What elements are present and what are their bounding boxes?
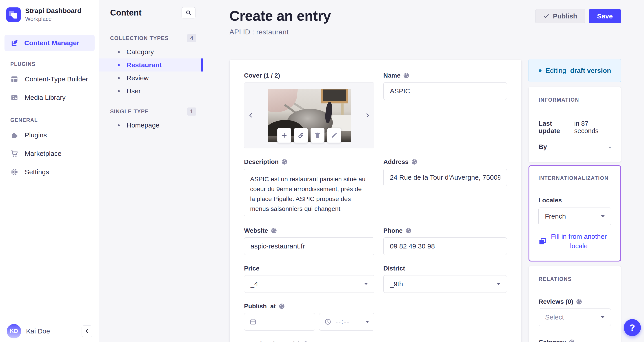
sidebar-footer: KD Kai Doe	[0, 320, 99, 342]
globe-icon	[405, 228, 412, 234]
field-name: Name	[383, 72, 507, 100]
cover-actions	[277, 128, 341, 143]
trash-icon	[314, 132, 321, 139]
caret-down-icon	[601, 215, 605, 217]
website-input[interactable]	[244, 237, 374, 255]
internationalization-title: INTERNATIONALIZATION	[538, 175, 611, 181]
bullet-icon	[118, 77, 120, 79]
caret-down-icon	[601, 316, 604, 318]
locale-select[interactable]: French	[538, 208, 611, 225]
draft-status-banner: Editing draft version	[528, 59, 621, 82]
information-card: INFORMATION Last update in 87 seconds By…	[528, 87, 621, 162]
section-label: PLUGINS	[0, 61, 99, 67]
entry-side-panel: Editing draft version INFORMATION Last u…	[528, 59, 621, 342]
check-icon	[543, 13, 550, 19]
publish-button[interactable]: Publish	[535, 9, 585, 23]
bullet-icon	[118, 51, 120, 53]
fill-from-locale-link[interactable]: Fill in from another locale	[546, 232, 611, 251]
subnav-item-homepage[interactable]: Homepage	[99, 119, 203, 132]
sidebar-item-content-manager[interactable]: Content Manager	[4, 35, 94, 51]
gear-icon	[10, 168, 19, 176]
add-asset-button[interactable]	[277, 128, 291, 143]
globe-icon	[271, 228, 277, 234]
brand-subtitle: Workplace	[25, 16, 81, 22]
brand-title: Strapi Dashboard	[25, 7, 81, 15]
price-select[interactable]: _4	[244, 275, 374, 293]
user-name: Kai Doe	[26, 327, 50, 335]
api-id-subtitle: API ID : restaurant	[230, 28, 331, 36]
field-cover: Cover (1 / 2)	[244, 72, 374, 148]
name-input[interactable]	[383, 82, 507, 100]
field-description: Description ASPIC est un restaurant pari…	[244, 158, 374, 217]
sidebar-item-content-type-builder[interactable]: Content-Type Builder	[0, 70, 99, 88]
collection-types-count-badge: 4	[187, 34, 196, 42]
layout-icon	[10, 75, 19, 83]
address-input[interactable]	[383, 169, 507, 186]
globe-icon	[279, 303, 285, 309]
field-website: Website	[244, 227, 374, 255]
date-picker-input[interactable]	[244, 313, 315, 330]
carousel-previous-button[interactable]	[248, 112, 254, 118]
section-label: GENERAL	[0, 117, 99, 123]
collection-types-label: COLLECTION TYPES	[110, 35, 169, 41]
time-placeholder: --:--	[336, 318, 350, 325]
brand-header: Strapi Dashboard Workplace	[0, 0, 99, 29]
calendar-icon	[250, 318, 256, 325]
district-select[interactable]: _9th	[383, 275, 507, 293]
single-type-count-badge: 1	[187, 108, 196, 116]
main-content: Create an entry API ID : restaurant Publ…	[203, 0, 644, 342]
field-address: Address	[383, 158, 507, 186]
category-label: Category	[538, 339, 611, 342]
delete-asset-button[interactable]	[310, 128, 324, 143]
globe-icon	[281, 159, 288, 165]
edit-asset-button[interactable]	[327, 128, 341, 143]
single-type-label: SINGLE TYPE	[110, 108, 149, 115]
sidebar-section-plugins: PLUGINS Content-Type Builder Media Libra…	[0, 61, 99, 107]
search-button[interactable]	[182, 7, 196, 19]
help-button[interactable]: ?	[624, 319, 641, 336]
sidebar-item-marketplace[interactable]: Marketplace	[0, 144, 99, 163]
chevron-left-icon	[84, 328, 90, 334]
save-button[interactable]: Save	[589, 9, 621, 23]
clock-icon	[324, 318, 332, 325]
sidebar-item-media-library[interactable]: Media Library	[0, 88, 99, 107]
sidebar-item-settings[interactable]: Settings	[0, 163, 99, 181]
subnav-item-category[interactable]: Category	[99, 46, 203, 59]
phone-input[interactable]	[383, 237, 507, 255]
main-sidebar: Strapi Dashboard Workplace Content Manag…	[0, 0, 99, 342]
plus-icon	[281, 132, 288, 139]
description-textarea[interactable]: ASPIC est un restaurant parisien situé a…	[244, 169, 374, 216]
globe-icon	[568, 339, 575, 342]
subnav-item-restaurant[interactable]: Restaurant	[99, 59, 203, 72]
reviews-select[interactable]: Select	[538, 308, 611, 326]
pencil-icon	[331, 132, 338, 139]
caret-down-icon	[366, 321, 369, 323]
copy-icon	[538, 237, 546, 245]
last-update-row: Last update in 87 seconds	[538, 120, 611, 135]
copy-link-button[interactable]	[294, 128, 308, 143]
avatar: KD	[7, 324, 21, 338]
cover-carousel	[244, 82, 374, 148]
globe-icon	[576, 299, 582, 305]
carousel-next-button[interactable]	[365, 112, 370, 118]
bullet-icon	[118, 124, 120, 126]
bullet-icon	[118, 64, 120, 66]
page-title: Create an entry	[230, 8, 331, 24]
globe-icon	[303, 341, 309, 342]
subnav-item-user[interactable]: User	[99, 85, 203, 98]
search-icon	[186, 10, 192, 16]
subnav-item-review[interactable]: Review	[99, 72, 203, 85]
internationalization-card: INTERNATIONALIZATION Locales French Fill…	[528, 165, 621, 261]
link-icon	[298, 132, 304, 139]
information-title: INFORMATION	[538, 97, 611, 103]
bullet-icon	[118, 90, 120, 92]
time-picker-input[interactable]: --:--	[319, 313, 374, 330]
subnav-title: Content	[110, 8, 142, 18]
by-row: By -	[538, 143, 611, 151]
field-district: District _9th	[383, 265, 507, 293]
globe-icon	[403, 72, 410, 79]
collapse-sidebar-button[interactable]	[82, 325, 92, 337]
sidebar-item-plugins[interactable]: Plugins	[0, 126, 99, 144]
puzzle-icon	[10, 131, 19, 139]
field-phone: Phone	[383, 227, 507, 255]
